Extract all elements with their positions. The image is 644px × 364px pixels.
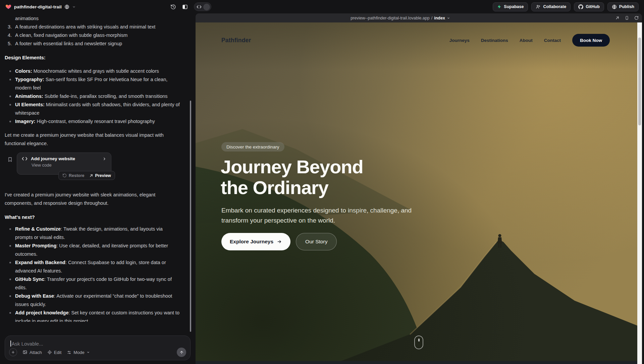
external-arrow-icon [89,174,93,178]
edit-label: Edit [54,350,61,355]
item-number: 5. [5,40,15,48]
published-globe-icon[interactable] [64,4,69,9]
nav-contact[interactable]: Contact [544,38,561,43]
code-view-toggle[interactable] [194,2,211,11]
chat-paragraph: I've created a premium journey website w… [5,191,183,207]
bullet-item: Imagery: High-contrast, emotionally reso… [5,117,183,126]
bookmark-icon[interactable] [7,157,13,163]
collaborate-button[interactable]: Collaborate [531,2,571,11]
sliders-icon [67,350,71,355]
bullet-item: UI Elements: Minimalist cards with soft … [5,101,183,117]
publish-button-label: Publish [619,4,634,9]
chat-paragraph: Let me create a premium journey website … [5,131,183,148]
history-icon[interactable] [170,4,176,10]
chat-input-placeholder[interactable]: Ask Lovable... [12,341,43,347]
bullet-dot [5,117,15,126]
edit-button[interactable]: Edit [47,350,61,355]
project-menu-chevron-icon[interactable] [72,5,76,9]
refresh-icon[interactable] [634,16,639,20]
github-button[interactable]: GitHub [574,2,604,11]
attach-button[interactable]: Attach [22,350,42,355]
mode-selector[interactable]: Mode [67,350,90,355]
bullet-item: Refine & Customize: Tweak the design, an… [5,225,183,242]
code-icon [22,157,28,161]
preview-button[interactable]: Preview [89,173,111,178]
bullet-item: Master Prompting: Use clear, detailed, a… [5,242,183,258]
code-icon [197,5,202,9]
bullet-item: Debug with Ease: Activate our experiment… [5,292,183,309]
preview-panel: preview--pathfinder-digital-trail.lovabl… [196,13,642,364]
website-viewport: Pathfinder Journeys Destinations About C… [196,22,642,364]
attach-label: Attach [30,350,42,355]
send-button[interactable] [177,348,186,357]
design-bullet-list: Colors: Monochromatic whites and grays w… [5,67,183,126]
chat-panel: animations 3. A featured destinations ar… [0,13,193,364]
hero-subtitle: Embark on curated experiences designed t… [221,205,419,226]
page-scrollbar-track[interactable] [637,22,642,364]
mobile-view-icon[interactable] [625,15,629,20]
bullet-dot [5,258,15,275]
lovable-heart-logo[interactable] [5,4,11,10]
text-caret [10,341,11,347]
whats-next-heading: What's next? [5,213,183,222]
bullet-dot [5,242,15,258]
bullet-item: Expand with Backend: Connect Supabase to… [5,258,183,275]
open-in-new-tab-icon[interactable] [615,16,620,20]
book-now-button[interactable]: Book Now [572,34,610,47]
numbered-item: 4. A clean, fixed navigation with subtle… [5,31,183,40]
chat-input-box[interactable]: Ask Lovable... Attach Edit [5,336,191,360]
restore-preview-pill: Restore Preview [58,171,115,180]
restore-button[interactable]: Restore [62,173,85,178]
bullet-item: Add project knowledge: Set key context o… [5,309,183,322]
scroll-indicator [414,336,423,349]
bullet-dot [5,92,15,101]
project-name[interactable]: pathfinder-digital-trail [14,4,62,9]
artifact-title: Add journey website [31,156,99,161]
arrow-right-icon [277,239,282,244]
url-domain: preview--pathfinder-digital-trail.lovabl… [351,16,430,20]
chat-message-area: animations 3. A featured destinations ar… [0,13,193,322]
publish-globe-icon [612,4,617,9]
chat-wrapped-line: animations [15,14,183,23]
item-text: A footer with essential links and newsle… [15,40,122,48]
nav-destinations[interactable]: Destinations [481,38,508,43]
item-number: 4. [5,31,15,40]
publish-button[interactable]: Publish [607,2,639,11]
chevron-down-icon [87,351,90,354]
bullet-item: Typography: San-serif fonts like SF Pro … [5,75,183,92]
next-steps-list: Refine & Customize: Tweak the design, an… [5,225,183,322]
preview-toolbar: preview--pathfinder-digital-trail.lovabl… [196,13,642,22]
next-section-edge [196,361,642,364]
supabase-bolt-icon [497,4,501,9]
chevron-down-icon [447,16,450,20]
chevron-right-icon [102,157,106,161]
bullet-item: Colors: Monochromatic whites and grays w… [5,67,183,75]
supabase-button[interactable]: Supabase [493,2,528,11]
nav-journeys[interactable]: Journeys [449,38,470,43]
site-nav: Journeys Destinations About Contact Book… [449,34,610,47]
nav-about[interactable]: About [520,38,533,43]
item-number: 3. [5,23,15,31]
explore-journeys-button[interactable]: Explore Journeys [221,233,290,250]
people-icon [536,4,541,9]
page-scrollbar-thumb[interactable] [638,38,641,125]
preview-url[interactable]: preview--pathfinder-digital-trail.lovabl… [196,13,605,22]
chat-scrollbar[interactable] [190,101,191,332]
github-button-label: GitHub [586,4,600,9]
github-icon [578,4,583,9]
numbered-item: 5. A footer with essential links and new… [5,40,183,48]
panel-toggle-icon[interactable] [182,4,188,10]
bullet-dot [5,225,15,242]
numbered-item: 3. A featured destinations area with str… [5,23,183,31]
mode-label: Mode [73,350,85,355]
site-brand[interactable]: Pathfinder [221,37,251,44]
hero-cta-group: Explore Journeys Our Story [221,233,337,250]
bullet-item: Animations: Subtle fade-ins, parallax sc… [5,92,183,101]
url-separator: / [431,16,432,20]
add-button[interactable] [9,348,17,356]
view-code-link[interactable]: View code [32,163,106,168]
design-elements-heading: Design Elements: [5,54,183,62]
bullet-dot [5,101,15,117]
bullet-dot [5,275,15,292]
our-story-button[interactable]: Our Story [296,233,337,250]
